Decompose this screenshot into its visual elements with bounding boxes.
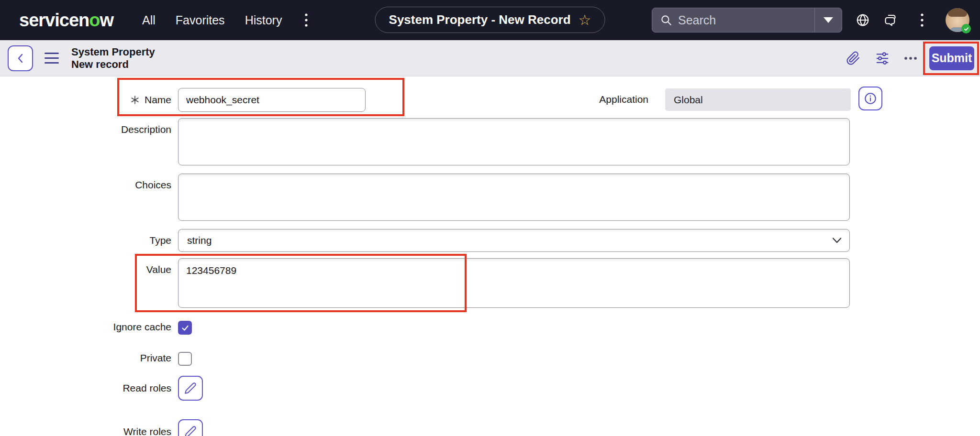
record-header-bar: System Property New record Submit	[0, 40, 980, 76]
private-checkbox[interactable]	[178, 352, 192, 366]
description-label: Description	[0, 118, 171, 142]
context-tab-pill[interactable]: System Property - New Record ☆	[375, 7, 605, 33]
name-label: Name	[0, 88, 171, 112]
application-info-button[interactable]	[858, 87, 882, 110]
top-bar: servicenow All Favorites History System …	[0, 0, 980, 40]
read-roles-label: Read roles	[0, 376, 171, 401]
application-field: Global	[665, 88, 851, 111]
type-select[interactable]: string	[178, 229, 850, 252]
top-nav: All Favorites History	[142, 13, 282, 27]
description-textarea[interactable]	[178, 118, 850, 165]
read-roles-edit-button[interactable]	[178, 376, 203, 401]
page-title: System Property New record	[71, 46, 155, 71]
servicenow-logo[interactable]: servicenow	[19, 10, 113, 31]
chevron-down-icon	[824, 17, 833, 23]
nav-more-kebab-icon[interactable]	[304, 12, 309, 28]
status-online-badge-icon	[961, 24, 971, 33]
submit-button[interactable]: Submit	[929, 46, 974, 70]
favorite-star-icon[interactable]: ☆	[579, 13, 591, 27]
back-button[interactable]	[8, 45, 33, 71]
ignore-cache-label: Ignore cache	[0, 319, 171, 335]
write-roles-label: Write roles	[0, 419, 171, 436]
form-context-menu-icon[interactable]	[45, 53, 59, 64]
choices-textarea[interactable]	[178, 174, 850, 221]
chat-icon[interactable]	[884, 13, 899, 27]
page-title-record: New record	[71, 58, 155, 71]
choices-label: Choices	[0, 174, 171, 197]
globe-icon[interactable]	[856, 13, 870, 27]
personalize-sliders-icon[interactable]	[875, 51, 890, 65]
value-textarea[interactable]: 123456789	[178, 258, 850, 308]
record-header-actions: Submit	[846, 46, 980, 70]
type-label: Type	[0, 229, 171, 252]
page-title-table: System Property	[71, 46, 155, 58]
type-select-value: string	[187, 235, 212, 246]
attachment-paperclip-icon[interactable]	[846, 51, 860, 65]
application-label: Application	[479, 88, 648, 111]
nav-favorites[interactable]: Favorites	[176, 13, 225, 27]
name-input[interactable]	[178, 88, 366, 112]
nav-history[interactable]: History	[245, 13, 282, 27]
ignore-cache-checkbox[interactable]	[178, 321, 192, 335]
servicenow-app: servicenow All Favorites History System …	[0, 0, 980, 436]
write-roles-edit-button[interactable]	[178, 419, 203, 436]
private-label: Private	[0, 350, 171, 366]
required-asterisk-icon	[130, 95, 140, 105]
search-scope-dropdown[interactable]	[815, 8, 842, 33]
context-tab-label: System Property - New Record	[389, 12, 571, 27]
more-options-kebab-icon[interactable]	[920, 12, 924, 28]
user-avatar[interactable]	[946, 8, 969, 32]
chevron-down-icon	[832, 238, 842, 244]
top-right-cluster	[652, 0, 980, 40]
value-label: Value	[0, 258, 171, 282]
search-icon	[660, 14, 672, 26]
more-actions-ellipsis-icon[interactable]	[903, 56, 918, 61]
global-search	[652, 8, 842, 33]
search-input[interactable]	[678, 13, 814, 27]
nav-all[interactable]: All	[142, 13, 156, 27]
